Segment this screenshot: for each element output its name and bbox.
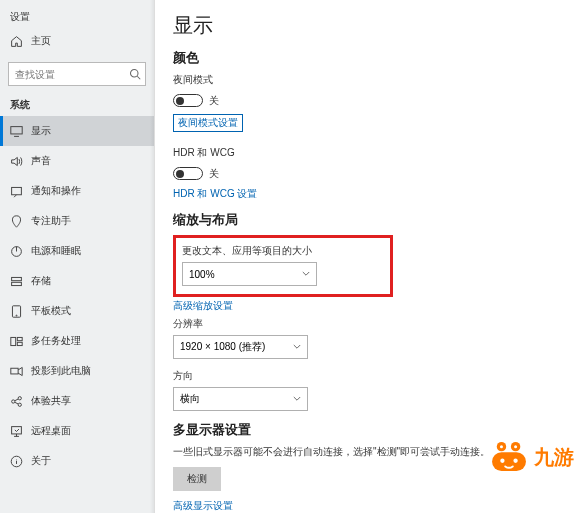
sidebar-item-notifications[interactable]: 通知和操作 <box>0 176 154 206</box>
sidebar-item-label: 投影到此电脑 <box>31 364 91 378</box>
focus-icon <box>10 215 23 228</box>
svg-point-7 <box>16 315 17 316</box>
sidebar-item-display[interactable]: 显示 <box>0 116 154 146</box>
resolution-value: 1920 × 1080 (推荐) <box>180 340 265 354</box>
project-icon <box>10 365 23 378</box>
sidebar-item-focus[interactable]: 专注助手 <box>0 206 154 236</box>
sidebar-item-tablet[interactable]: 平板模式 <box>0 296 154 326</box>
hdr-toggle[interactable] <box>173 167 203 180</box>
svg-rect-2 <box>12 187 22 194</box>
sidebar: 设置 主页 系统 显示 声音 通知和操作 专注助手 <box>0 0 155 513</box>
nine-game-icon <box>490 441 528 473</box>
scale-highlight-box: 更改文本、应用等项目的大小 100% <box>173 235 393 297</box>
page-title: 显示 <box>173 12 562 39</box>
svg-rect-11 <box>11 368 18 374</box>
search-input[interactable] <box>8 62 146 86</box>
svg-point-20 <box>514 445 517 448</box>
advanced-scaling-link[interactable]: 高级缩放设置 <box>173 299 562 313</box>
sidebar-item-label: 专注助手 <box>31 214 71 228</box>
sidebar-home-label: 主页 <box>31 34 51 48</box>
chevron-down-icon <box>302 270 310 278</box>
section-color: 颜色 <box>173 49 562 67</box>
svg-point-13 <box>18 396 21 399</box>
sidebar-item-label: 通知和操作 <box>31 184 81 198</box>
notification-icon <box>10 185 23 198</box>
svg-point-23 <box>513 459 517 463</box>
scale-label: 更改文本、应用等项目的大小 <box>182 244 384 258</box>
night-mode-settings-link[interactable]: 夜间模式设置 <box>173 114 243 132</box>
search-box[interactable] <box>8 62 146 86</box>
watermark-text: 九游 <box>534 444 574 471</box>
resolution-dropdown[interactable]: 1920 × 1080 (推荐) <box>173 335 308 359</box>
hdr-state: 关 <box>209 167 219 181</box>
svg-rect-1 <box>11 126 22 133</box>
svg-rect-10 <box>17 342 22 345</box>
sidebar-item-power[interactable]: 电源和睡眠 <box>0 236 154 266</box>
chevron-down-icon <box>293 343 301 351</box>
sound-icon <box>10 155 23 168</box>
orientation-label: 方向 <box>173 369 562 383</box>
sidebar-item-label: 声音 <box>31 154 51 168</box>
sidebar-item-label: 存储 <box>31 274 51 288</box>
sidebar-item-label: 平板模式 <box>31 304 71 318</box>
svg-rect-5 <box>12 282 22 285</box>
sidebar-item-share[interactable]: 体验共享 <box>0 386 154 416</box>
detect-button[interactable]: 检测 <box>173 467 221 491</box>
window-title: 设置 <box>0 6 154 26</box>
scale-value: 100% <box>189 269 215 280</box>
sidebar-home[interactable]: 主页 <box>0 26 154 56</box>
sidebar-item-sound[interactable]: 声音 <box>0 146 154 176</box>
hdr-label: HDR 和 WCG <box>173 146 562 160</box>
section-multimon: 多显示器设置 <box>173 421 562 439</box>
home-icon <box>10 35 23 48</box>
watermark-logo: 九游 <box>490 441 574 473</box>
sidebar-item-label: 显示 <box>31 124 51 138</box>
svg-rect-9 <box>17 337 22 340</box>
sidebar-item-storage[interactable]: 存储 <box>0 266 154 296</box>
tablet-icon <box>10 305 23 318</box>
section-scaling: 缩放与布局 <box>173 211 562 229</box>
orientation-value: 横向 <box>180 392 200 406</box>
svg-rect-4 <box>12 277 22 280</box>
sidebar-item-label: 关于 <box>31 454 51 468</box>
svg-rect-8 <box>11 337 16 345</box>
svg-point-19 <box>500 445 503 448</box>
sidebar-item-label: 远程桌面 <box>31 424 71 438</box>
svg-rect-15 <box>12 426 22 433</box>
storage-icon <box>10 275 23 288</box>
sidebar-item-label: 多任务处理 <box>31 334 81 348</box>
sidebar-item-about[interactable]: 关于 <box>0 446 154 476</box>
sidebar-section-label: 系统 <box>0 92 154 116</box>
share-icon <box>10 395 23 408</box>
sidebar-item-remote[interactable]: 远程桌面 <box>0 416 154 446</box>
power-icon <box>10 245 23 258</box>
svg-point-22 <box>500 459 504 463</box>
night-mode-state: 关 <box>209 94 219 108</box>
main-content: 显示 颜色 夜间模式 关 夜间模式设置 HDR 和 WCG 关 HDR 和 WC… <box>155 0 580 513</box>
hdr-settings-link[interactable]: HDR 和 WCG 设置 <box>173 187 562 201</box>
sidebar-item-label: 电源和睡眠 <box>31 244 81 258</box>
scale-dropdown[interactable]: 100% <box>182 262 317 286</box>
search-icon <box>129 68 141 80</box>
display-icon <box>10 125 23 138</box>
night-mode-label: 夜间模式 <box>173 73 562 87</box>
svg-point-14 <box>18 403 21 406</box>
svg-point-0 <box>131 70 139 78</box>
sidebar-item-project[interactable]: 投影到此电脑 <box>0 356 154 386</box>
chevron-down-icon <box>293 395 301 403</box>
remote-icon <box>10 425 23 438</box>
orientation-dropdown[interactable]: 横向 <box>173 387 308 411</box>
night-mode-toggle[interactable] <box>173 94 203 107</box>
multitask-icon <box>10 335 23 348</box>
about-icon <box>10 455 23 468</box>
advanced-display-link[interactable]: 高级显示设置 <box>173 499 562 513</box>
sidebar-item-multitask[interactable]: 多任务处理 <box>0 326 154 356</box>
svg-point-12 <box>12 399 15 402</box>
resolution-label: 分辨率 <box>173 317 562 331</box>
sidebar-item-label: 体验共享 <box>31 394 71 408</box>
